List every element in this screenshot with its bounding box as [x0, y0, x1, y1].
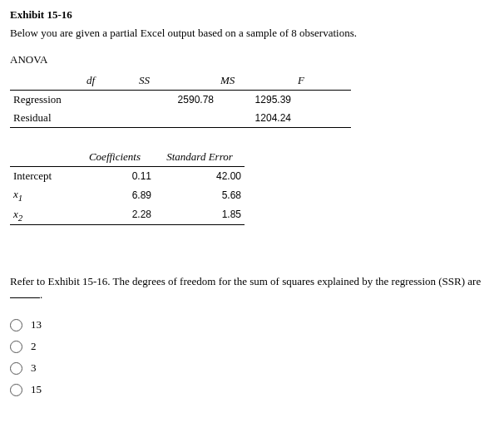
- coef-value: 6.89: [75, 185, 155, 205]
- coef-row-x1: x1 6.89 5.68: [10, 185, 245, 205]
- anova-ss: 2590.78: [136, 91, 217, 110]
- coef-row-label: Intercept: [10, 167, 75, 186]
- radio-icon[interactable]: [10, 384, 22, 396]
- anova-header-ss: SS: [136, 71, 217, 91]
- coef-row-label: x1: [10, 185, 75, 205]
- option-13[interactable]: 13: [10, 318, 494, 331]
- exhibit-title: Exhibit 15-16: [10, 8, 494, 22]
- option-3[interactable]: 3: [10, 361, 494, 375]
- coef-se: 1.85: [155, 205, 245, 225]
- radio-icon[interactable]: [10, 362, 22, 375]
- coef-row-x2: x2 2.28 1.85: [10, 205, 245, 225]
- option-label: 13: [31, 318, 42, 331]
- radio-icon[interactable]: [10, 341, 22, 353]
- anova-ms: 1295.39: [217, 91, 294, 110]
- coef-row-intercept: Intercept 0.11 42.00: [10, 167, 245, 186]
- anova-row-label: Regression: [10, 91, 83, 110]
- anova-heading: ANOVA: [10, 53, 494, 66]
- coef-row-label: x2: [10, 205, 75, 225]
- coef-header-coef: Coefficients: [75, 148, 155, 167]
- anova-ms: 1204.24: [217, 109, 294, 128]
- anova-row-label: Residual: [10, 109, 83, 128]
- anova-row-residual: Residual 1204.24: [10, 109, 351, 128]
- radio-icon[interactable]: [10, 319, 22, 331]
- question-text: Refer to Exhibit 15-16. The degrees of f…: [10, 275, 494, 302]
- anova-header-df: df: [83, 71, 136, 91]
- coef-value: 0.11: [75, 167, 155, 186]
- option-label: 15: [31, 383, 42, 396]
- coef-value: 2.28: [75, 205, 155, 225]
- anova-row-regression: Regression 2590.78 1295.39: [10, 91, 351, 110]
- coef-se: 5.68: [155, 185, 245, 205]
- coefficients-table: Coefficients Standard Error Intercept 0.…: [10, 148, 245, 225]
- answer-blank: [10, 297, 40, 298]
- anova-header-ms: MS: [217, 71, 294, 91]
- answer-options: 13 2 3 15: [10, 318, 494, 396]
- option-label: 2: [31, 340, 37, 353]
- anova-table: df SS MS F Regression 2590.78 1295.39 Re…: [10, 71, 351, 128]
- coef-se: 42.00: [155, 167, 245, 186]
- option-2[interactable]: 2: [10, 340, 494, 353]
- option-15[interactable]: 15: [10, 383, 494, 396]
- coef-header-se: Standard Error: [155, 148, 245, 167]
- intro-text: Below you are given a partial Excel outp…: [10, 27, 494, 40]
- anova-header-f: F: [294, 71, 351, 91]
- option-label: 3: [31, 361, 37, 375]
